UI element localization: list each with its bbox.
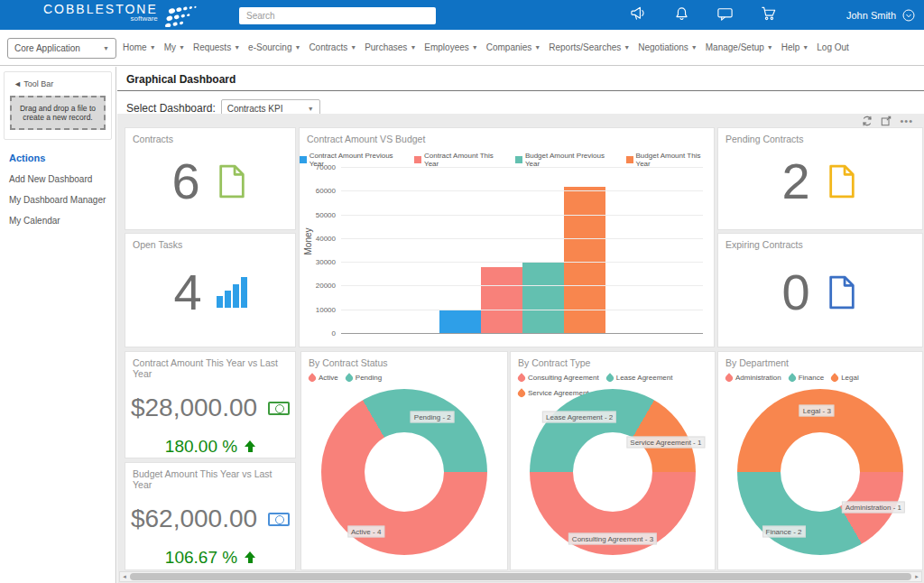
nav-item-home[interactable]: Home▼ bbox=[123, 42, 156, 52]
refresh-icon[interactable] bbox=[862, 116, 873, 126]
slice-label: Finance - 2 bbox=[762, 526, 806, 538]
nav-item-e-sourcing[interactable]: e-Sourcing▼ bbox=[248, 42, 300, 52]
amount-value: $28,000.00 bbox=[131, 393, 257, 422]
legend-item: Budget Amount Previous Year bbox=[515, 152, 617, 168]
scroll-right-arrow[interactable]: ▸ bbox=[912, 572, 921, 581]
kpi-value: 6 bbox=[171, 152, 199, 210]
amount-card-contract: Contract Amount This Year vs Last Year $… bbox=[125, 351, 296, 458]
document-icon bbox=[215, 163, 249, 199]
bar-contract-amount-previous-year bbox=[439, 310, 481, 334]
y-tick-label: 60000 bbox=[307, 187, 336, 195]
search-input[interactable] bbox=[239, 7, 436, 24]
donut-wrap: Lease Agreement - 2Service Agreement - 1… bbox=[530, 389, 696, 555]
more-icon[interactable]: ••• bbox=[900, 116, 913, 125]
nav-item-help[interactable]: Help▼ bbox=[781, 42, 809, 52]
nav-item-negotiations[interactable]: Negotiations▼ bbox=[638, 42, 698, 52]
legend-item: Active bbox=[309, 374, 338, 382]
user-menu[interactable]: John Smith bbox=[846, 0, 915, 30]
chart-title: By Department bbox=[718, 352, 922, 374]
slice-label: Pending - 2 bbox=[411, 412, 455, 423]
app-selector[interactable]: Core Application ▼ bbox=[7, 38, 116, 59]
toolbar-collapse[interactable]: ◄ Tool Bar bbox=[8, 78, 107, 96]
nav-bar: Core Application ▼ Home▼My▼Requests▼e-So… bbox=[0, 30, 924, 66]
chevron-down-icon: ▼ bbox=[624, 44, 630, 51]
dashboard-area: ••• Contracts 6 Open Tasks 4 bbox=[117, 114, 924, 583]
bar-chart-icon bbox=[217, 277, 247, 308]
slice-label: Administration - 1 bbox=[842, 501, 905, 513]
nav-item-manage-setup[interactable]: Manage/Setup▼ bbox=[706, 42, 773, 52]
action-add-new-dashboard[interactable]: Add New Dashboard bbox=[9, 174, 106, 184]
chevron-down-icon: ▼ bbox=[150, 44, 156, 51]
donut-wrap: Pending - 2Active - 4 bbox=[321, 389, 487, 555]
ribbon-icon bbox=[605, 373, 614, 383]
money-bill-icon bbox=[268, 402, 290, 415]
chevron-down-icon: ▼ bbox=[534, 44, 541, 51]
sidebar: ◄ Tool Bar Drag and drop a file to creat… bbox=[0, 67, 116, 583]
donut-wrap: Legal - 3Administration - 1Finance - 2 bbox=[737, 389, 903, 555]
legend-item: Budget Amount This Year bbox=[626, 152, 714, 168]
user-name: John Smith bbox=[846, 10, 896, 21]
bar-budget-amount-this-year bbox=[564, 187, 605, 334]
kpi-card-expiring-contracts: Expiring Contracts 0 bbox=[717, 233, 923, 347]
megaphone-icon[interactable] bbox=[630, 5, 647, 22]
nav-item-contracts[interactable]: Contracts▼ bbox=[309, 42, 356, 52]
gridline bbox=[341, 238, 703, 239]
chevron-down-icon: ▼ bbox=[350, 44, 356, 51]
cart-icon[interactable] bbox=[761, 5, 778, 22]
chart-title: By Contract Status bbox=[301, 352, 507, 374]
donut-card-department: By Department AdministrationFinanceLegal… bbox=[717, 351, 923, 570]
kpi-value: 4 bbox=[173, 263, 201, 321]
chart-title: Contract Amount VS Budget bbox=[300, 128, 714, 150]
card-title: Pending Contracts bbox=[718, 128, 922, 150]
donut-chart bbox=[321, 389, 487, 555]
dashboard-selector-value: Contracts KPI bbox=[227, 104, 283, 114]
nav-item-reports-searches[interactable]: Reports/Searches▼ bbox=[549, 42, 630, 52]
chart-title: By Contract Type bbox=[511, 352, 715, 374]
chevron-down-icon: ▼ bbox=[294, 44, 300, 51]
nav-item-employees[interactable]: Employees▼ bbox=[424, 42, 477, 52]
kpi-card-pending-contracts: Pending Contracts 2 bbox=[717, 127, 923, 230]
y-tick-label: 70000 bbox=[307, 163, 336, 171]
file-dropzone[interactable]: Drag and drop a file to create a new rec… bbox=[10, 96, 106, 130]
bar-budget-amount-previous-year bbox=[522, 263, 564, 334]
collapse-left-icon: ◄ bbox=[14, 79, 22, 88]
card-title: Contract Amount This Year vs Last Year bbox=[125, 352, 295, 384]
legend-item: Finance bbox=[789, 374, 824, 382]
nav-item-purchases[interactable]: Purchases▼ bbox=[365, 42, 416, 52]
nav-item-log-out[interactable]: Log Out bbox=[817, 42, 849, 52]
chevron-down-icon: ▼ bbox=[179, 44, 185, 51]
action-my-dashboard-manager[interactable]: My Dashboard Manager bbox=[9, 195, 106, 205]
scroll-left-arrow[interactable]: ◂ bbox=[120, 572, 129, 581]
nav-item-my[interactable]: My▼ bbox=[164, 42, 185, 52]
horizontal-scrollbar: ◂ ▸ bbox=[119, 571, 922, 582]
donut-card-contract-status: By Contract Status ActivePending Pending… bbox=[300, 351, 508, 570]
action-my-calendar[interactable]: My Calendar bbox=[9, 216, 106, 226]
gridline bbox=[341, 262, 703, 263]
y-tick-label: 0 bbox=[307, 329, 336, 338]
scrollbar-thumb[interactable] bbox=[130, 573, 911, 580]
sidebar-panel: ◄ Tool Bar Drag and drop a file to creat… bbox=[4, 71, 112, 140]
gridline bbox=[341, 190, 703, 191]
amount-card-budget: Budget Amount This Year vs Last Year $62… bbox=[125, 462, 296, 570]
amount-value: $62,000.00 bbox=[131, 504, 257, 533]
chat-icon[interactable] bbox=[716, 6, 734, 22]
donut-legend: AdministrationFinanceLegal bbox=[725, 374, 859, 382]
nav-item-companies[interactable]: Companies▼ bbox=[486, 42, 541, 52]
gridline bbox=[341, 285, 703, 286]
card-title: Budget Amount This Year vs Last Year bbox=[125, 463, 295, 495]
percent-value: 180.00 % bbox=[165, 437, 237, 457]
actions-title: Actions bbox=[9, 153, 106, 163]
slice-label: Legal - 3 bbox=[799, 404, 835, 416]
legend-item: Lease Agreement bbox=[606, 374, 673, 382]
bell-icon[interactable] bbox=[674, 5, 689, 22]
ribbon-icon bbox=[516, 388, 526, 398]
slice-label: Consulting Agreement - 3 bbox=[568, 532, 657, 544]
bar-contract-amount-this-year bbox=[481, 267, 522, 334]
donut-card-contract-type: By Contract Type Consulting AgreementLea… bbox=[510, 351, 716, 570]
y-tick-label: 10000 bbox=[307, 306, 336, 314]
y-tick-label: 30000 bbox=[307, 258, 336, 266]
y-tick-label: 50000 bbox=[307, 211, 336, 219]
expand-icon[interactable] bbox=[881, 116, 892, 126]
nav-item-requests[interactable]: Requests▼ bbox=[193, 42, 240, 52]
page-title: Graphical Dashboard bbox=[117, 67, 924, 91]
